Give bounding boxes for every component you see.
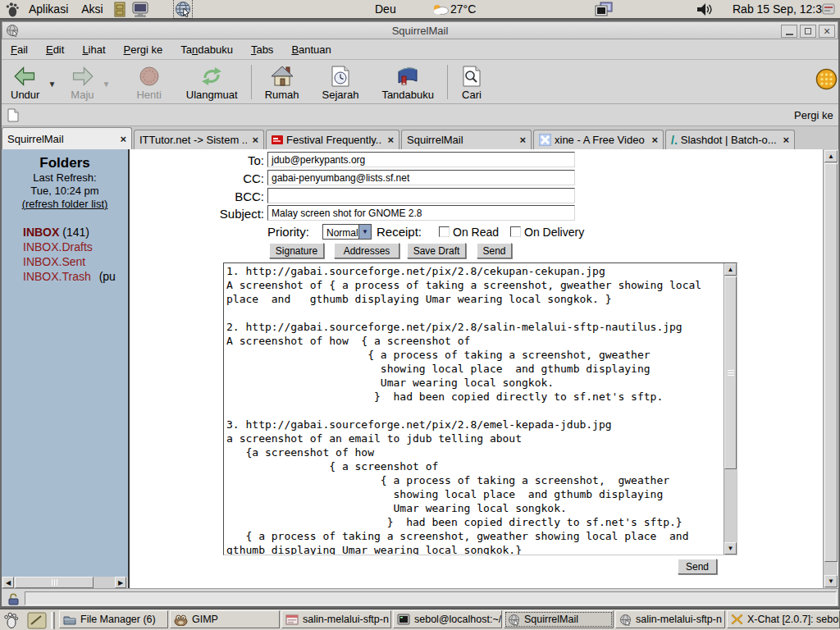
message-body-textarea[interactable]: 1. http://gabai.sourceforge.net/pix/2.8/… [224, 263, 724, 555]
tab-close-icon[interactable]: × [514, 134, 526, 146]
tab-close-icon[interactable]: × [247, 134, 258, 146]
bookmarks-button[interactable]: Tandabuku [376, 62, 440, 103]
back-button[interactable]: Undur [5, 62, 45, 103]
menu-pergi-ke[interactable]: Pergi ke [115, 39, 172, 60]
folder-inbox-sent[interactable]: INBOX.Sent [23, 255, 85, 268]
go-button[interactable]: Pergi ke [794, 109, 833, 121]
window-titlebar[interactable]: SquirrelMail × [2, 21, 838, 39]
terminal-icon [397, 614, 410, 625]
scroll-down-icon[interactable]: ▼ [824, 575, 838, 587]
folders-sidebar: Folders Last Refresh: Tue, 10:24 pm (ref… [2, 149, 128, 577]
browser-menubar: FailEditLihatPergi keTandabukuTabsBantua… [2, 39, 838, 60]
close-button[interactable]: × [819, 25, 835, 38]
gnome-foot-icon[interactable] [3, 612, 18, 628]
page-scroll-thumb[interactable] [824, 163, 838, 562]
body-scroll-thumb[interactable] [724, 276, 737, 469]
menu-bantuan[interactable]: Bantuan [282, 39, 340, 60]
to-field[interactable] [267, 152, 575, 167]
addresses-button[interactable]: Addresses [334, 243, 399, 258]
menu-tabs[interactable]: Tabs [242, 39, 282, 60]
minimize-button[interactable] [781, 25, 797, 38]
gnome-foot-icon[interactable] [5, 2, 19, 17]
forward-arrow-icon [71, 64, 94, 89]
signature-button[interactable]: Signature [269, 243, 324, 258]
body-vscrollbar[interactable]: ▲ ▼ [724, 263, 737, 555]
forward-button[interactable]: Maju [65, 62, 99, 103]
taskbar-file-manager[interactable]: File Manager (6) [59, 610, 168, 628]
sidebar-hscrollbar[interactable]: ◀ ▶ [2, 577, 128, 588]
taskbar-squirrelmail[interactable]: SquirrelMail [504, 610, 614, 628]
scroll-up-icon[interactable]: ▲ [724, 263, 737, 276]
menu-fail[interactable]: Fail [2, 39, 37, 60]
priority-label: Priority: [267, 225, 309, 239]
keyboard-layout-indicator[interactable]: Deu [375, 2, 396, 16]
history-button[interactable]: Sejarah [317, 62, 365, 103]
taskbar-salin-sftp-1[interactable]: salin-melalui-sftp-n [281, 610, 391, 628]
toolbar-separator [251, 65, 252, 99]
scroll-down-icon[interactable]: ▼ [724, 542, 737, 555]
web-browser-icon [508, 614, 520, 626]
send-button-bottom[interactable]: Send [678, 559, 717, 574]
cc-field[interactable] [267, 170, 575, 185]
home-button[interactable]: Rumah [259, 62, 305, 103]
xchat-icon [731, 614, 743, 625]
receipt-label: Receipt: [377, 225, 422, 239]
scroll-right-icon[interactable]: ▶ [115, 577, 126, 588]
window-title: SquirrelMail [2, 25, 838, 37]
file-manager-icon [63, 614, 76, 625]
subject-field[interactable] [267, 205, 575, 221]
tab-close-icon[interactable]: × [646, 134, 658, 146]
hscroll-thumb[interactable] [15, 577, 94, 588]
notes-applet-icon[interactable] [27, 612, 47, 629]
back-dropdown-arrow[interactable]: ▼ [45, 80, 58, 89]
page-vscrollbar[interactable]: ▲ ▼ [823, 149, 838, 588]
tray-icon[interactable] [822, 3, 835, 15]
web-browser-launcher-icon[interactable] [174, 0, 192, 18]
maximize-button[interactable] [800, 25, 816, 38]
menu-edit[interactable]: Edit [37, 39, 73, 60]
taskbar-salin-sftp-2[interactable]: salin-melalui-sftp-n [615, 610, 725, 628]
taskbar-xchat[interactable]: X-Chat [2.0.7]: sebol [727, 610, 840, 628]
folder-inbox-trash[interactable]: INBOX.Trash (pu [23, 270, 116, 283]
on-read-checkbox[interactable] [439, 226, 450, 237]
taskbar-terminal[interactable]: sebol@localhost:~/ [393, 610, 502, 628]
tab-ittutor[interactable]: ITTutor.net -> Sistem ... × [134, 130, 264, 149]
menu-lihat[interactable]: Lihat [73, 39, 114, 60]
home-icon [270, 64, 294, 89]
scroll-left-icon[interactable]: ◀ [2, 577, 14, 588]
forward-dropdown-arrow[interactable]: ▼ [100, 80, 113, 89]
workspace-monitor-icon[interactable] [595, 2, 613, 17]
volume-speaker-icon[interactable] [696, 2, 713, 16]
menu-tandabuku[interactable]: Tandabuku [171, 39, 242, 60]
tab-festival[interactable]: Festival Frequently... × [266, 130, 399, 149]
panel-menu-actions[interactable]: Aksi [78, 2, 106, 16]
on-delivery-checkbox[interactable] [510, 226, 521, 237]
panel-clock[interactable]: Rab 15 Sep, 12:38 [733, 2, 829, 16]
tab-close-icon[interactable]: × [778, 134, 789, 146]
tab-xine[interactable]: xine - A Free Video ... × [533, 130, 664, 149]
reload-button[interactable]: Ulangmuat [180, 62, 244, 103]
priority-select[interactable]: Normal ▼ [322, 224, 372, 240]
tab-close-icon[interactable]: × [382, 134, 394, 146]
refresh-folder-list-link[interactable]: (refresh folder list) [2, 198, 128, 210]
bcc-field[interactable] [267, 188, 575, 203]
taskbar-gimp[interactable]: GIMP [170, 610, 280, 628]
scroll-up-icon[interactable]: ▲ [824, 150, 838, 162]
chevron-down-icon[interactable]: ▼ [358, 225, 371, 239]
tab-close-icon[interactable]: × [115, 133, 126, 145]
stop-button[interactable]: Henti [130, 62, 167, 103]
tab-slashdot[interactable]: /. Slashdot | Batch-o... × [665, 130, 795, 149]
tab-squirrelmail-2[interactable]: SquirrelMail × [401, 130, 532, 149]
file-cabinet-launcher-icon[interactable] [113, 2, 126, 17]
panel-menu-applications[interactable]: Aplikasi [25, 2, 71, 16]
tab-squirrelmail[interactable]: SquirrelMail × [2, 127, 132, 149]
search-button[interactable]: Cari [455, 62, 488, 103]
folder-inbox[interactable]: INBOX (141) [23, 226, 89, 239]
folders-title: Folders [2, 155, 128, 171]
screen-launcher-icon[interactable] [132, 2, 149, 17]
folder-inbox-drafts[interactable]: INBOX.Drafts [23, 240, 93, 253]
taskbar-handle[interactable] [51, 612, 55, 629]
save-draft-button[interactable]: Save Draft [407, 243, 466, 258]
send-button-top[interactable]: Send [477, 243, 512, 258]
weather-temperature[interactable]: 27°C [450, 2, 476, 16]
